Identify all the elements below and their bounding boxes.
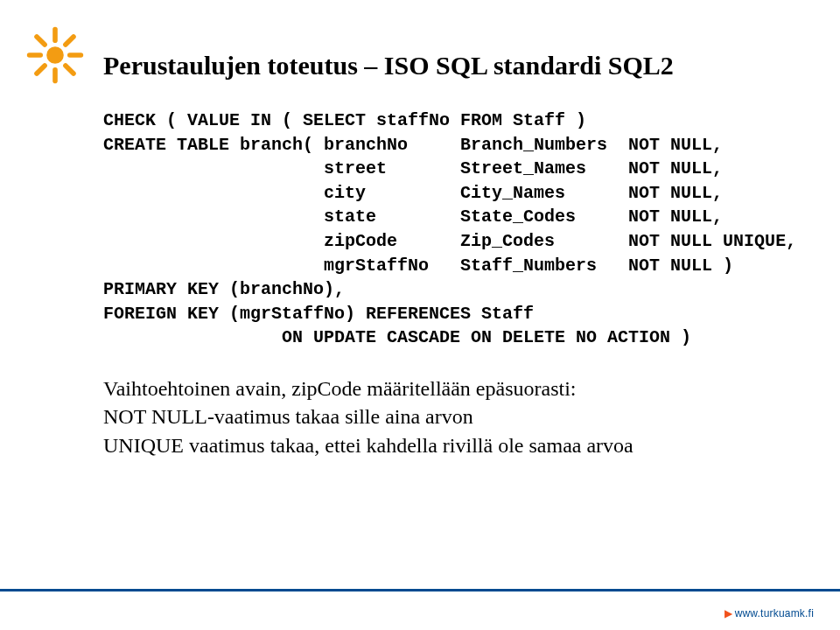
code-line: street Street_Names NOT NULL, <box>103 158 723 178</box>
footer-text: www.turkuamk.fi <box>735 607 814 620</box>
code-line: CHECK ( VALUE IN ( SELECT staffNo FROM S… <box>103 110 586 130</box>
footer-divider <box>0 589 840 592</box>
svg-line-5 <box>37 37 45 45</box>
para-line: Vaihtoehtoinen avain, zipCode määritellä… <box>103 374 788 402</box>
para-line: NOT NULL-vaatimus takaa sille aina arvon <box>103 402 788 430</box>
sun-logo-icon <box>24 24 86 86</box>
svg-line-6 <box>66 66 74 74</box>
code-line: PRIMARY KEY (branchNo), <box>103 279 345 299</box>
code-line: city City_Names NOT NULL, <box>103 183 723 203</box>
svg-point-0 <box>46 46 64 64</box>
sql-code-block: CHECK ( VALUE IN ( SELECT staffNo FROM S… <box>103 108 788 350</box>
code-line: state State_Codes NOT NULL, <box>103 206 723 227</box>
code-line: FOREIGN KEY (mgrStaffNo) REFERENCES Staf… <box>103 304 534 324</box>
svg-line-7 <box>66 37 74 45</box>
explanation-paragraph: Vaihtoehtoinen avain, zipCode määritellä… <box>103 374 788 459</box>
page-title: Perustaulujen toteutus – ISO SQL standar… <box>103 51 788 80</box>
slide-content: Perustaulujen toteutus – ISO SQL standar… <box>103 51 788 459</box>
footer-url: ▶www.turkuamk.fi <box>724 607 814 620</box>
code-line: ON UPDATE CASCADE ON DELETE NO ACTION ) <box>103 327 691 347</box>
code-line: zipCode Zip_Codes NOT NULL UNIQUE, <box>103 231 796 251</box>
code-line: CREATE TABLE branch( branchNo Branch_Num… <box>103 135 723 155</box>
svg-line-8 <box>37 66 45 74</box>
code-line: mgrStaffNo Staff_Numbers NOT NULL ) <box>103 256 733 276</box>
triangle-icon: ▶ <box>724 607 732 620</box>
para-line: UNIQUE vaatimus takaa, ettei kahdella ri… <box>103 431 788 459</box>
